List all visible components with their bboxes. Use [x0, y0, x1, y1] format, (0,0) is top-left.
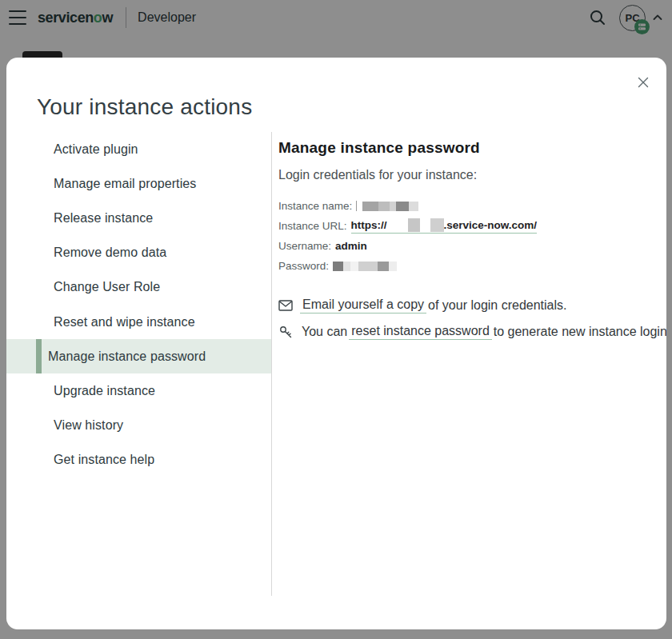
- reset-row-prefix: You can: [302, 325, 347, 339]
- reset-password-row: You can reset instance password to gener…: [278, 324, 666, 340]
- url-scheme: https://: [351, 219, 387, 231]
- instance-url-label: Instance URL:: [278, 220, 347, 232]
- sidebar-item-label: View history: [54, 418, 123, 433]
- sidebar-item-label: Release instance: [54, 211, 153, 226]
- sidebar-item-label: Manage instance password: [48, 349, 206, 364]
- email-row-text: of your login credentials.: [428, 298, 566, 313]
- sidebar-item-label: Reset and wipe instance: [54, 315, 195, 329]
- sidebar-item-label: Activate plugin: [54, 142, 138, 157]
- username-value: admin: [335, 240, 367, 252]
- sidebar-item-manage-instance-password[interactable]: Manage instance password: [6, 339, 271, 373]
- password-row: Password:: [278, 256, 666, 276]
- email-credentials-row: Email yourself a copy of your login cred…: [278, 298, 666, 314]
- instance-name-label: Instance name:: [278, 200, 352, 212]
- key-icon: [278, 325, 293, 339]
- envelope-icon: [278, 300, 293, 311]
- sidebar-item-activate-plugin[interactable]: Activate plugin: [6, 132, 271, 166]
- sidebar-item-release-instance[interactable]: Release instance: [6, 201, 271, 235]
- selected-bar: [36, 339, 42, 373]
- close-icon[interactable]: [634, 74, 652, 91]
- panel-intro: Login credentials for your instance:: [278, 168, 666, 182]
- sidebar-item-reset-and-wipe-instance[interactable]: Reset and wipe instance: [6, 305, 271, 339]
- sidebar-item-remove-demo-data[interactable]: Remove demo data: [6, 236, 271, 270]
- url-redacted-block: [408, 218, 420, 232]
- sidebar-item-view-history[interactable]: View history: [6, 409, 271, 443]
- panel-heading: Manage instance password: [278, 139, 666, 157]
- manage-password-panel: Manage instance password Login credentia…: [272, 132, 666, 596]
- instance-name-row: Instance name:: [278, 196, 666, 216]
- sidebar-item-label: Change User Role: [54, 280, 160, 294]
- modal-body: Activate plugin Manage email properties …: [6, 132, 666, 596]
- email-yourself-link[interactable]: Email yourself a copy: [300, 298, 426, 314]
- url-redacted-block: [430, 218, 444, 232]
- instance-action-list: Activate plugin Manage email properties …: [6, 132, 272, 596]
- reset-row-suffix: to generate new instance login credentia…: [494, 325, 666, 339]
- text-cursor: [356, 201, 357, 211]
- password-label: Password:: [278, 260, 329, 272]
- instance-url-row: Instance URL: https:// .service-now.com/: [278, 216, 666, 236]
- sidebar-item-change-user-role[interactable]: Change User Role: [6, 270, 271, 305]
- sidebar-item-label: Remove demo data: [54, 246, 166, 260]
- reset-instance-password-link[interactable]: reset instance password: [349, 324, 492, 340]
- username-row: Username: admin: [278, 236, 666, 256]
- sidebar-item-label: Get instance help: [54, 453, 154, 467]
- password-redacted: [333, 260, 397, 272]
- sidebar-item-label: Upgrade instance: [54, 384, 155, 398]
- credentials-block: Instance name: Instance URL: https:// .s…: [278, 196, 666, 276]
- instance-url-link[interactable]: https:// .service-now.com/: [351, 218, 538, 234]
- url-domain: .service-now.com/: [444, 219, 538, 231]
- instance-actions-modal: Your instance actions Activate plugin Ma…: [6, 58, 666, 629]
- instance-name-redacted: [362, 200, 418, 212]
- sidebar-item-get-instance-help[interactable]: Get instance help: [6, 443, 271, 477]
- username-label: Username:: [278, 240, 331, 252]
- modal-title: Your instance actions: [37, 94, 666, 120]
- sidebar-item-upgrade-instance[interactable]: Upgrade instance: [6, 373, 271, 408]
- sidebar-item-label: Manage email properties: [54, 177, 196, 191]
- sidebar-item-manage-email-properties[interactable]: Manage email properties: [6, 166, 271, 201]
